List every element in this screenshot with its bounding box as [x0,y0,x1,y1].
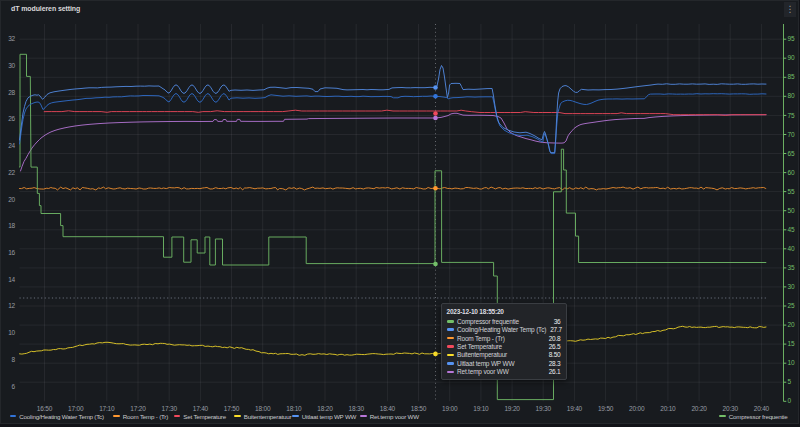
svg-text:24: 24 [8,142,15,149]
svg-text:17:50: 17:50 [224,405,240,412]
svg-text:18:20: 18:20 [317,405,333,412]
svg-text:0: 0 [788,397,792,404]
svg-text:20:10: 20:10 [660,405,676,412]
svg-text:17:40: 17:40 [193,405,209,412]
svg-text:40: 40 [788,245,795,252]
svg-text:5: 5 [788,378,792,385]
svg-text:19:50: 19:50 [598,405,614,412]
svg-text:10: 10 [8,329,15,336]
svg-text:19:40: 19:40 [567,405,583,412]
svg-text:18: 18 [8,222,15,229]
svg-text:20: 20 [8,196,15,203]
svg-text:55: 55 [788,188,795,195]
svg-text:17:10: 17:10 [99,405,115,412]
svg-text:95: 95 [788,35,795,42]
svg-text:8: 8 [12,356,16,363]
svg-text:12: 12 [8,302,15,309]
svg-text:85: 85 [788,73,795,80]
svg-text:30: 30 [788,283,795,290]
svg-text:14: 14 [8,276,15,283]
svg-text:80: 80 [788,92,795,99]
svg-text:17:00: 17:00 [68,405,84,412]
svg-text:20:40: 20:40 [754,405,770,412]
svg-text:19:00: 19:00 [442,405,458,412]
svg-text:60: 60 [788,169,795,176]
svg-text:17:20: 17:20 [130,405,146,412]
svg-text:90: 90 [788,54,795,61]
svg-text:18:30: 18:30 [349,405,365,412]
svg-text:18:00: 18:00 [255,405,271,412]
svg-text:35: 35 [788,264,795,271]
svg-text:16: 16 [8,249,15,256]
svg-text:28: 28 [8,89,15,96]
svg-text:65: 65 [788,150,795,157]
svg-text:10: 10 [788,359,795,366]
svg-text:75: 75 [788,112,795,119]
svg-text:45: 45 [788,226,795,233]
svg-text:20: 20 [788,321,795,328]
svg-text:32: 32 [8,35,15,42]
svg-text:18:10: 18:10 [286,405,302,412]
svg-text:30: 30 [8,62,15,69]
svg-text:19:20: 19:20 [504,405,520,412]
svg-text:25: 25 [788,302,795,309]
svg-text:22: 22 [8,169,15,176]
svg-text:15: 15 [788,340,795,347]
svg-text:17:30: 17:30 [162,405,178,412]
svg-text:19:30: 19:30 [536,405,552,412]
svg-text:18:40: 18:40 [380,405,396,412]
svg-text:19:10: 19:10 [473,405,489,412]
svg-text:16:50: 16:50 [37,405,53,412]
svg-text:6: 6 [12,383,16,390]
svg-text:18:50: 18:50 [411,405,427,412]
svg-text:20:00: 20:00 [629,405,645,412]
svg-text:26: 26 [8,115,15,122]
svg-text:20:30: 20:30 [723,405,739,412]
svg-text:20:20: 20:20 [691,405,707,412]
svg-text:50: 50 [788,207,795,214]
svg-text:70: 70 [788,131,795,138]
